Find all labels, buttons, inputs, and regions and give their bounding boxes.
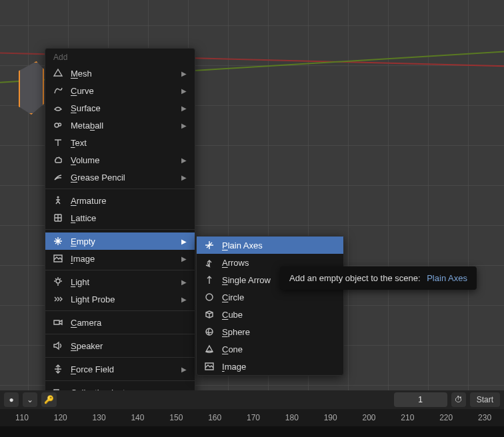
menu-item-label: Mesh <box>71 69 175 79</box>
timeline-ruler[interactable]: 110120130140150160170180190200210220230 <box>0 409 504 426</box>
lattice-icon <box>52 213 64 223</box>
menu-item-label: Light <box>71 277 175 287</box>
empty-icon <box>52 236 64 246</box>
add-menu: Add Mesh▶Curve▶Surface▶Metaball▶TextVolu… <box>45 48 195 402</box>
menu-item-label: Sphere <box>222 327 335 337</box>
menu-item-label: Light Probe <box>71 294 175 304</box>
menu-item-sphere[interactable]: Sphere <box>197 323 343 340</box>
submenu-chevron-icon: ▶ <box>181 122 187 129</box>
auto-key-record-button[interactable]: ● <box>4 392 19 407</box>
submenu-chevron-icon: ▶ <box>181 87 187 95</box>
menu-item-plain-axes[interactable]: Plain Axes <box>197 236 343 254</box>
menu-item-label: Armature <box>71 196 187 206</box>
menu-item-label: Grease Pencil <box>71 173 175 183</box>
menu-item-label: Volume <box>71 155 175 165</box>
frame-start-label[interactable]: Start <box>470 392 500 407</box>
menu-item-text[interactable]: Text <box>45 134 195 151</box>
menu-item-volume[interactable]: Volume▶ <box>45 151 195 169</box>
menu-separator <box>45 310 195 311</box>
tooltip: Add an empty object to the scene: Plain … <box>280 266 477 290</box>
ruler-tick: 120 <box>41 413 80 422</box>
cube-icon <box>203 309 215 320</box>
menu-separator <box>45 357 195 358</box>
menu-item-label: Lattice <box>71 213 187 223</box>
ruler-tick: 180 <box>273 413 311 422</box>
submenu-chevron-icon: ▶ <box>181 255 187 262</box>
menu-item-curve[interactable]: Curve▶ <box>45 82 195 99</box>
menu-item-mesh[interactable]: Mesh▶ <box>45 65 195 82</box>
cone-icon <box>203 344 215 354</box>
menu-item-forcefield[interactable]: Force Field▶ <box>45 360 195 378</box>
timeline-header: ● ⌄ 🔑 1 ⏱ Start <box>0 390 504 409</box>
menu-item-lightprobe[interactable]: Light Probe▶ <box>45 290 195 308</box>
add-menu-title: Add <box>45 49 195 65</box>
menu-item-image[interactable]: Image <box>197 358 343 375</box>
auto-key-dropdown[interactable]: ⌄ <box>23 392 37 407</box>
selected-cube-object[interactable] <box>19 61 44 115</box>
menu-separator <box>45 229 195 230</box>
arrows-icon <box>203 257 215 268</box>
armature-icon <box>52 195 64 206</box>
camera-icon <box>52 317 64 328</box>
singlearrow-icon <box>203 274 215 285</box>
menu-separator <box>45 270 195 270</box>
metaball-icon <box>52 120 64 131</box>
ruler-tick: 140 <box>119 413 157 422</box>
menu-item-label: Force Field <box>71 364 175 374</box>
speaker-icon <box>52 340 64 351</box>
current-frame-field[interactable]: 1 <box>394 392 447 407</box>
menu-separator <box>45 189 195 189</box>
circle-icon <box>203 292 215 302</box>
ruler-tick: 230 <box>465 413 504 422</box>
menu-item-speaker[interactable]: Speaker <box>45 337 195 354</box>
menu-item-camera[interactable]: Camera <box>45 314 195 331</box>
menu-item-lattice[interactable]: Lattice <box>45 209 195 226</box>
svg-point-2 <box>57 196 59 198</box>
mesh-icon <box>52 68 64 79</box>
menu-item-image[interactable]: Image▶ <box>45 250 195 267</box>
svg-point-4 <box>206 294 213 300</box>
menu-item-empty[interactable]: Empty▶ <box>45 232 195 250</box>
submenu-chevron-icon: ▶ <box>181 157 187 164</box>
curve-icon <box>52 85 64 96</box>
ruler-tick: 220 <box>427 413 465 422</box>
footer-strip <box>0 426 504 437</box>
menu-item-label: Circle <box>222 292 335 302</box>
submenu-chevron-icon: ▶ <box>181 278 187 286</box>
svg-point-1 <box>59 123 61 126</box>
submenu-chevron-icon: ▶ <box>181 238 187 245</box>
keying-button[interactable]: 🔑 <box>41 392 57 407</box>
menu-item-label: Curve <box>71 86 175 96</box>
menu-item-grease[interactable]: Grease Pencil▶ <box>45 169 195 186</box>
menu-item-cube[interactable]: Cube <box>197 306 343 323</box>
submenu-chevron-icon: ▶ <box>181 296 187 303</box>
menu-item-surface[interactable]: Surface▶ <box>45 99 195 117</box>
plainaxes-icon <box>203 240 215 250</box>
menu-separator <box>45 334 195 334</box>
menu-item-armature[interactable]: Armature <box>45 192 195 209</box>
image-icon <box>203 361 215 372</box>
menu-item-light[interactable]: Light▶ <box>45 273 195 290</box>
submenu-chevron-icon: ▶ <box>181 366 187 373</box>
submenu-chevron-icon: ▶ <box>181 70 187 77</box>
menu-item-label: Plain Axes <box>222 240 335 250</box>
menu-item-metaball[interactable]: Metaball▶ <box>45 117 195 134</box>
menu-item-label: Image <box>222 362 335 372</box>
image-icon <box>52 253 64 264</box>
ruler-tick: 210 <box>388 413 427 422</box>
light-icon <box>52 276 64 287</box>
grease-icon <box>52 172 64 183</box>
menu-item-cone[interactable]: Cone <box>197 340 343 358</box>
ruler-tick: 190 <box>311 413 350 422</box>
tooltip-highlight: Plain Axes <box>427 273 467 283</box>
clock-icon: ⏱ <box>451 392 466 407</box>
ruler-tick: 200 <box>350 413 389 422</box>
menu-item-label: Speaker <box>71 341 187 351</box>
ruler-tick: 130 <box>80 413 119 422</box>
submenu-chevron-icon: ▶ <box>181 105 187 112</box>
menu-item-label: Cone <box>222 344 335 354</box>
ruler-tick: 150 <box>157 413 195 422</box>
tooltip-text: Add an empty object to the scene: <box>289 273 421 283</box>
menu-item-label: Surface <box>71 103 175 113</box>
menu-item-circle[interactable]: Circle <box>197 288 343 306</box>
